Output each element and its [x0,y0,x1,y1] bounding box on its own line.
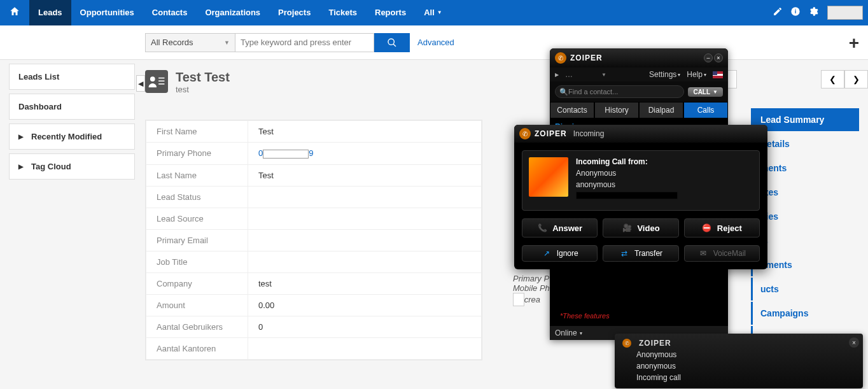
detail-value [248,186,482,208]
nav-contacts[interactable]: Contacts [143,0,197,25]
details-card: First NameTestPrimary Phone09Last NameTe… [145,120,482,360]
zoiper-title: ZOIPER [570,53,704,62]
flag-icon[interactable] [713,71,723,78]
zoiper-tab-dialpad[interactable]: Dialpad [639,102,683,118]
sidebar-recently-modified[interactable]: ▶Recently Modified [9,124,135,150]
detail-value: 0 [248,316,482,337]
zoiper-settings-menu[interactable]: Settings▾ [649,70,680,79]
search-input[interactable] [235,33,374,52]
sidebar-leads-list[interactable]: Leads List [9,64,135,90]
records-select[interactable]: All Records▼ [145,33,235,52]
detail-value: Test [248,121,482,143]
toast-close-icon[interactable]: × [849,337,859,348]
gear-icon[interactable] [804,6,822,19]
zoiper-help-menu[interactable]: Help▾ [687,70,706,79]
record-subtitle: test [176,85,230,94]
incoming-call-from-label: Incoming Call from: [576,157,753,166]
record-title: Test Test [176,70,230,85]
svg-rect-5 [158,83,164,85]
zoiper-tab-contacts[interactable]: Contacts [550,102,594,118]
search-button[interactable] [374,33,410,52]
svg-rect-4 [158,80,164,81]
add-button[interactable]: + [849,33,859,53]
detail-label: Job Title [146,251,248,272]
zoiper-menubar: ▶ … ▼ Settings▾ Help▾ [550,67,728,81]
zoiper-logo-icon: ✆ [622,339,631,348]
detail-value: test [248,272,482,294]
pencil-icon[interactable] [769,6,787,19]
zoiper-logo-icon: ✆ [555,52,566,64]
detail-label: Primary Phone [146,143,248,165]
detail-value [248,229,482,251]
close-icon[interactable]: × [714,53,723,62]
detail-value: Test [248,164,482,186]
zoiper-footnote: *These features [555,309,723,322]
nav-projects[interactable]: Projects [269,0,319,25]
transfer-button[interactable]: ⇄Transfer [603,245,678,262]
phone-link[interactable]: 09 [258,148,313,158]
sidebar-tag-cloud[interactable]: ▶Tag Cloud [9,153,135,180]
detail-value: 0.00 [248,294,482,316]
top-nav: LeadsOpportunitiesContactsOrganizationsP… [0,0,868,25]
detail-label: Lead Source [146,208,248,229]
zoiper-call-button[interactable]: CALL▼ [688,87,723,97]
nav-organizations[interactable]: Organizations [196,0,269,25]
zoiper-logo-icon: ✆ [519,128,531,139]
detail-label: Aantal Kantoren [146,337,248,359]
info-icon[interactable]: i [787,6,804,19]
detail-label: Primary Email [146,229,248,251]
sidebar-dashboard[interactable]: Dashboard [9,94,135,120]
nav-tickets[interactable]: Tickets [319,0,366,25]
detail-label: Aantal Gebruikers [146,316,248,337]
toast-line1: Anonymous [636,349,855,360]
nav-opportunities[interactable]: Opportunities [71,0,143,25]
next-record-button[interactable]: ❯ [844,70,868,88]
zoiper-tabs: ContactsHistoryDialpadCalls [550,102,728,118]
detail-value [248,251,482,272]
zoiper-titlebar: ✆ ZOIPER – × [550,48,728,67]
pbx-snippet: Primary P Mobile Ph crea [513,274,550,306]
caller-avatar [529,157,568,197]
ignore-button[interactable]: ↗Ignore [522,245,598,262]
detail-value: 09 [248,143,482,165]
record-nav-arrows: ❮ ❯ [821,70,868,88]
zoiper-toast: × ✆ ZOIPER Anonymous anonymous Incoming … [615,334,863,360]
voicemail-button: ✉VoiceMail [684,245,760,262]
collapse-sidebar-button[interactable]: ◀ [136,75,145,92]
nav-reports[interactable]: Reports [366,0,415,25]
right-tab-campaigns[interactable]: Campaigns [751,302,859,325]
detail-label: Company [146,272,248,294]
home-icon[interactable] [0,6,29,20]
left-sidebar: Leads List Dashboard ▶Recently Modified … [9,64,135,183]
right-tab-ucts[interactable]: ucts [751,278,859,301]
caller-number-redacted [576,192,678,199]
answer-button[interactable]: 📞Answer [522,218,598,237]
svg-point-2 [150,76,155,81]
detail-label: Lead Status [146,186,248,208]
avatar-icon [145,70,168,93]
advanced-link[interactable]: Advanced [417,38,454,47]
nav-leads[interactable]: Leads [29,0,71,25]
zoiper-search-input[interactable]: 🔍Find a contact... [555,85,684,98]
minimize-icon[interactable]: – [704,53,713,62]
detail-label: Amount [146,294,248,316]
nav-all[interactable]: All▼ [415,0,451,25]
detail-label: Last Name [146,164,248,186]
svg-text:i: i [795,8,797,15]
detail-value [248,337,482,359]
zoiper-incoming-titlebar: ✆ ZOIPER Incoming [514,125,767,143]
user-box[interactable] [827,6,863,20]
detail-label: First Name [146,121,248,143]
detail-value [248,208,482,229]
reject-button[interactable]: ⛔Reject [684,218,760,237]
svg-rect-3 [158,78,164,79]
caller-card: Incoming Call from: Anonymous anonymous [522,150,760,211]
search-bar: All Records▼ Advanced + [0,25,868,60]
record-header: Test Test test [145,70,859,94]
caller-id: anonymous [576,180,753,189]
video-button[interactable]: 🎥Video [603,218,678,237]
zoiper-tab-calls[interactable]: Calls [683,102,728,118]
zoiper-tab-history[interactable]: History [594,102,639,118]
prev-record-button[interactable]: ❮ [821,70,844,88]
caller-name: Anonymous [576,169,753,178]
